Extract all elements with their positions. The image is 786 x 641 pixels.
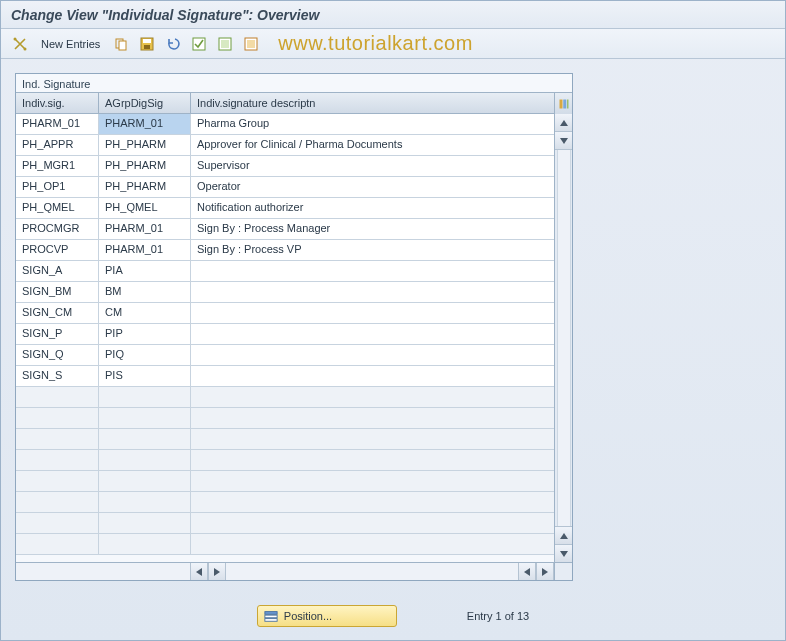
table-row[interactable] — [16, 534, 554, 555]
cell-agrp[interactable]: PH_PHARM — [98, 135, 190, 155]
cell-empty[interactable] — [190, 513, 554, 533]
table-row[interactable] — [16, 408, 554, 429]
select-all-icon[interactable] — [188, 34, 210, 54]
cell-description[interactable] — [190, 303, 554, 323]
cell-indiv-sig[interactable]: SIGN_Q — [16, 345, 98, 365]
cell-empty[interactable] — [190, 387, 554, 407]
hscroll-right-b-icon[interactable] — [536, 563, 554, 580]
cell-empty[interactable] — [190, 429, 554, 449]
table-row[interactable]: PROCMGRPHARM_01Sign By : Process Manager — [16, 219, 554, 240]
cell-empty[interactable] — [16, 429, 98, 449]
scroll-track[interactable] — [555, 150, 572, 526]
table-row[interactable]: SIGN_CMCM — [16, 303, 554, 324]
table-row[interactable]: PH_OP1PH_PHARMOperator — [16, 177, 554, 198]
cell-indiv-sig[interactable]: PROCVP — [16, 240, 98, 260]
cell-agrp[interactable]: PH_PHARM — [98, 156, 190, 176]
cell-agrp[interactable]: CM — [98, 303, 190, 323]
vertical-scrollbar[interactable] — [554, 114, 572, 562]
cell-indiv-sig[interactable]: PH_APPR — [16, 135, 98, 155]
table-row[interactable] — [16, 492, 554, 513]
col-header-description[interactable]: Indiv.signature descriptn — [190, 93, 572, 113]
cell-agrp[interactable]: BM — [98, 282, 190, 302]
cell-empty[interactable] — [98, 492, 190, 512]
cell-indiv-sig[interactable]: SIGN_CM — [16, 303, 98, 323]
cell-empty[interactable] — [190, 450, 554, 470]
cell-description[interactable] — [190, 345, 554, 365]
cell-empty[interactable] — [98, 450, 190, 470]
table-row[interactable]: SIGN_APIA — [16, 261, 554, 282]
cell-description[interactable]: Approver for Clinical / Pharma Documents — [190, 135, 554, 155]
cell-indiv-sig[interactable]: PROCMGR — [16, 219, 98, 239]
cell-empty[interactable] — [98, 471, 190, 491]
cell-indiv-sig[interactable]: SIGN_S — [16, 366, 98, 386]
cell-empty[interactable] — [98, 513, 190, 533]
copy-icon[interactable] — [110, 34, 132, 54]
save-icon[interactable] — [136, 34, 158, 54]
scroll-down-small-icon[interactable] — [555, 132, 572, 150]
cell-empty[interactable] — [16, 534, 98, 554]
cell-empty[interactable] — [16, 492, 98, 512]
cell-indiv-sig[interactable]: PH_QMEL — [16, 198, 98, 218]
cell-empty[interactable] — [98, 387, 190, 407]
cell-description[interactable] — [190, 261, 554, 281]
cell-agrp[interactable]: PHARM_01 — [98, 219, 190, 239]
cell-empty[interactable] — [190, 408, 554, 428]
cell-description[interactable]: Sign By : Process Manager — [190, 219, 554, 239]
cell-agrp[interactable]: PIQ — [98, 345, 190, 365]
cell-description[interactable]: Sign By : Process VP — [190, 240, 554, 260]
cell-agrp[interactable]: PIP — [98, 324, 190, 344]
cell-indiv-sig[interactable]: SIGN_P — [16, 324, 98, 344]
cell-description[interactable]: Pharma Group — [190, 114, 554, 134]
undo-icon[interactable] — [162, 34, 184, 54]
table-row[interactable]: SIGN_BMBM — [16, 282, 554, 303]
cell-indiv-sig[interactable]: SIGN_BM — [16, 282, 98, 302]
table-row[interactable]: PH_MGR1PH_PHARMSupervisor — [16, 156, 554, 177]
table-row[interactable]: SIGN_SPIS — [16, 366, 554, 387]
new-entries-button[interactable]: New Entries — [35, 34, 106, 54]
cell-agrp[interactable]: PIA — [98, 261, 190, 281]
cell-indiv-sig[interactable]: SIGN_A — [16, 261, 98, 281]
horizontal-scrollbar[interactable] — [16, 562, 572, 580]
table-row[interactable]: PHARM_01PHARM_01Pharma Group — [16, 114, 554, 135]
select-block-icon[interactable] — [214, 34, 236, 54]
cell-agrp[interactable]: PH_PHARM — [98, 177, 190, 197]
table-row[interactable] — [16, 513, 554, 534]
cell-empty[interactable] — [98, 408, 190, 428]
cell-empty[interactable] — [16, 471, 98, 491]
scroll-down-icon[interactable] — [555, 544, 572, 562]
cell-empty[interactable] — [98, 429, 190, 449]
cell-empty[interactable] — [16, 387, 98, 407]
cell-agrp[interactable]: PIS — [98, 366, 190, 386]
cell-agrp[interactable]: PHARM_01 — [98, 240, 190, 260]
table-row[interactable] — [16, 450, 554, 471]
cell-empty[interactable] — [16, 450, 98, 470]
cell-empty[interactable] — [16, 513, 98, 533]
deselect-icon[interactable] — [240, 34, 262, 54]
cell-empty[interactable] — [190, 471, 554, 491]
table-row[interactable] — [16, 471, 554, 492]
cell-agrp[interactable]: PHARM_01 — [98, 114, 190, 134]
cell-description[interactable]: Operator — [190, 177, 554, 197]
cell-empty[interactable] — [190, 492, 554, 512]
table-row[interactable] — [16, 429, 554, 450]
cell-agrp[interactable]: PH_QMEL — [98, 198, 190, 218]
hscroll-right-a-icon[interactable] — [208, 563, 226, 580]
table-row[interactable]: PH_QMELPH_QMELNotification authorizer — [16, 198, 554, 219]
hscroll-left-a-icon[interactable] — [190, 563, 208, 580]
cell-description[interactable]: Supervisor — [190, 156, 554, 176]
cell-empty[interactable] — [190, 534, 554, 554]
cell-indiv-sig[interactable]: PHARM_01 — [16, 114, 98, 134]
cell-empty[interactable] — [98, 534, 190, 554]
table-row[interactable]: SIGN_QPIQ — [16, 345, 554, 366]
configure-columns-icon[interactable] — [554, 93, 572, 115]
position-button[interactable]: Position... — [257, 605, 397, 627]
hscroll-left-b-icon[interactable] — [518, 563, 536, 580]
table-row[interactable]: PH_APPRPH_PHARMApprover for Clinical / P… — [16, 135, 554, 156]
col-header-agrp[interactable]: AGrpDigSig — [98, 93, 190, 113]
cell-description[interactable] — [190, 324, 554, 344]
cell-indiv-sig[interactable]: PH_OP1 — [16, 177, 98, 197]
cell-description[interactable] — [190, 366, 554, 386]
scroll-up-icon[interactable] — [555, 114, 572, 132]
cell-indiv-sig[interactable]: PH_MGR1 — [16, 156, 98, 176]
cell-description[interactable]: Notification authorizer — [190, 198, 554, 218]
